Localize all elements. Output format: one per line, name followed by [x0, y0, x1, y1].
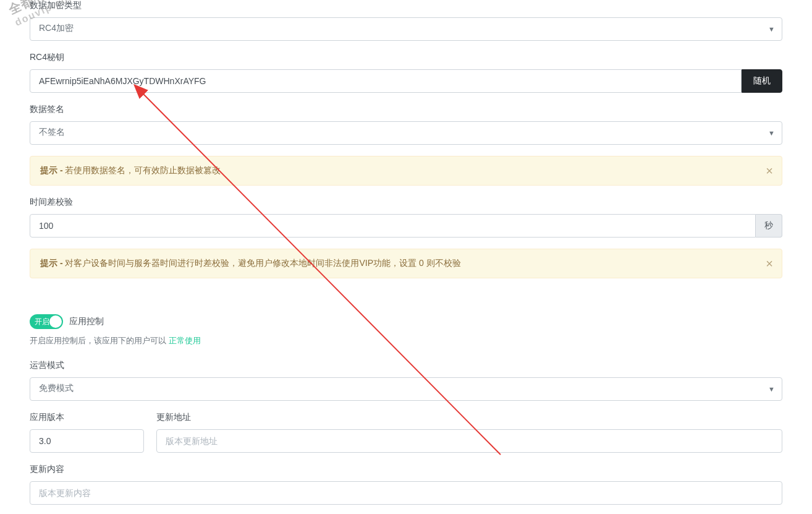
- encryption-type-select[interactable]: RC4加密: [30, 17, 782, 41]
- app-version-label: 应用版本: [30, 412, 144, 423]
- app-control-desc: 开启应用控制后，该应用下的用户可以 正常使用: [30, 335, 782, 346]
- toggle-on-label: 开启: [30, 317, 49, 327]
- normal-use-link[interactable]: 正常使用: [169, 336, 201, 345]
- alert-prefix: 提示 -: [40, 165, 65, 175]
- close-icon[interactable]: ×: [766, 257, 773, 270]
- update-url-label: 更新地址: [156, 412, 782, 423]
- toggle-knob: [49, 315, 62, 328]
- time-check-label: 时间差校验: [30, 197, 782, 208]
- time-check-unit: 秒: [756, 214, 782, 238]
- update-content-label: 更新内容: [30, 464, 782, 475]
- time-check-input[interactable]: [30, 214, 756, 238]
- time-check-alert: 提示 - 对客户设备时间与服务器时间进行时差校验，避免用户修改本地时间非法使用V…: [30, 249, 782, 278]
- app-control-title: 应用控制: [69, 316, 104, 327]
- close-icon[interactable]: ×: [766, 165, 773, 177]
- operation-mode-label: 运营模式: [30, 360, 782, 371]
- rc4-key-input[interactable]: [30, 69, 742, 93]
- signature-alert: 提示 - 若使用数据签名，可有效防止数据被篡改 ×: [30, 156, 782, 186]
- app-control-toggle[interactable]: 开启: [30, 314, 63, 329]
- random-button[interactable]: 随机: [742, 69, 782, 93]
- app-version-input[interactable]: [30, 429, 144, 453]
- rc4-key-label: RC4秘钥: [30, 52, 782, 63]
- alert-prefix: 提示 -: [40, 258, 65, 268]
- signature-label: 数据签名: [30, 104, 782, 115]
- encryption-type-label: 数据加密类型: [30, 0, 782, 11]
- alert-text: 对客户设备时间与服务器时间进行时差校验，避免用户修改本地时间非法使用VIP功能，…: [65, 258, 460, 268]
- update-url-input[interactable]: [156, 429, 782, 453]
- alert-text: 若使用数据签名，可有效防止数据被篡改: [65, 165, 221, 175]
- signature-select[interactable]: 不签名: [30, 121, 782, 145]
- update-content-input[interactable]: [30, 481, 782, 505]
- operation-mode-select[interactable]: 免费模式: [30, 377, 782, 401]
